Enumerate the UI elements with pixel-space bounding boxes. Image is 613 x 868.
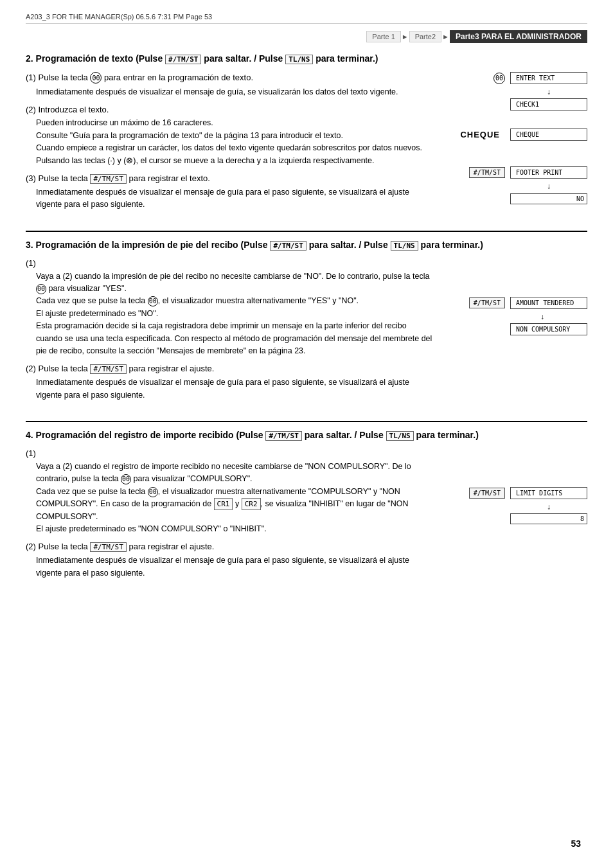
section3-diag-box1: AMOUNT TENDERED (510, 297, 587, 309)
section4-number: 4. (26, 430, 33, 440)
breadcrumb-parte1[interactable]: Parte 1 (366, 31, 400, 42)
section3-diag-box2: NON COMPULSORY (510, 323, 587, 335)
section4-diagram-col: #/TM/ST LIMIT DIGITS ↓ 8 (446, 448, 587, 586)
section2-text-col: (1) Pulse la tecla 00 para entrar en la … (26, 72, 433, 218)
breadcrumb-arrow2: ► (442, 33, 449, 40)
section3-diag-arrow: ↓ (497, 312, 587, 321)
section4-diag-key: #/TM/ST (469, 488, 505, 499)
section4-diag: #/TM/ST LIMIT DIGITS ↓ 8 (446, 487, 587, 524)
section2-label2: para terminar. (315, 53, 375, 64)
section3-number: 3. (26, 240, 33, 250)
diag1-arrow: ↓ (510, 87, 587, 96)
section3: 3. Programación de la impresión de pie d… (26, 231, 587, 408)
section2-diag1: 00 ENTER TEXT ↓ CHECK1 (446, 72, 587, 111)
section2-step3-body: Inmediatamente después de visualizar el … (36, 186, 433, 211)
step4-1-circle2: 00 (148, 487, 158, 497)
section3-diag-key-row: #/TM/ST AMOUNT TENDERED (469, 297, 587, 309)
page: A203_3 FOR THE MANAGER(Sp) 06.5.6 7:31 P… (0, 0, 613, 868)
section4-step2-body: Inmediatamente después de visualizar el … (36, 554, 433, 580)
section2-key1[interactable]: #/TM/ST (165, 55, 201, 64)
cr2-key: CR2 (242, 498, 261, 510)
diag3-box1: FOOTER PRINT (510, 166, 587, 179)
page-number: 53 (571, 838, 581, 849)
section2-label1: para saltar. / Pulse (204, 53, 283, 64)
section4-key2[interactable]: TL/NS (386, 431, 414, 441)
cheque-label: CHEQUE (460, 130, 500, 139)
section3-diag: #/TM/ST AMOUNT TENDERED ↓ NON COMPULSORY (446, 297, 587, 335)
diag3-box2: NO (510, 193, 587, 204)
section3-text-col: (1) Vaya a (2) cuando la impresión de pi… (26, 258, 433, 408)
step3-2-key: #/TM/ST (90, 364, 126, 374)
section2-diag3: #/TM/ST FOOTER PRINT ↓ NO (446, 166, 587, 204)
section3-divider (26, 231, 587, 232)
step3-key: #/TM/ST (90, 174, 126, 184)
section4-diag-box2: 8 (510, 513, 587, 524)
section2-step2-body: Pueden introducirse un máximo de 16 cara… (36, 117, 433, 167)
diag3-key-row: #/TM/ST FOOTER PRINT (469, 166, 587, 179)
section4-title: 4. Programación del registro de importe … (26, 430, 587, 441)
section4-title-text: Programación del registro de importe rec… (36, 430, 234, 440)
breadcrumb-arrow1: ► (402, 33, 409, 40)
section3-step1: (1) Vaya a (2) cuando la impresión de pi… (26, 258, 433, 358)
section3-step1-body: Vaya a (2) cuando la impresión de pie de… (36, 270, 433, 358)
section3-key2[interactable]: TL/NS (391, 241, 418, 251)
section3-diag-key: #/TM/ST (469, 297, 505, 308)
section4-text-col: (1) Vaya a (2) cuando el registro de imp… (26, 448, 433, 586)
section2-diagram-col: 00 ENTER TEXT ↓ CHECK1 CHEQUE CHEQUE (446, 72, 587, 218)
section2-step1-body: Inmediatamente después de visualizar el … (36, 86, 433, 98)
section2-title-text: Programación de texto (36, 53, 134, 64)
section2-diag2: CHEQUE CHEQUE (446, 128, 587, 142)
section4-step1-body: Vaya a (2) cuando el registro de importe… (36, 461, 433, 535)
section2-key2[interactable]: TL/NS (285, 55, 313, 64)
section3-diagram-col: #/TM/ST AMOUNT TENDERED ↓ NON COMPULSORY (446, 258, 587, 408)
section3-step2: (2) Pulse la tecla #/TM/ST para registra… (26, 364, 433, 402)
section4-key1[interactable]: #/TM/ST (265, 431, 301, 441)
header-text: A203_3 FOR THE MANAGER(Sp) 06.5.6 7:31 P… (26, 13, 212, 21)
section2-step2: (2) Introduzca el texto. Pueden introduc… (26, 105, 433, 167)
section2-step1-header: (1) Pulse la tecla 00 para entrar en la … (26, 72, 433, 84)
section3-step2-body: Inmediatamente después de visualizar el … (36, 376, 433, 402)
section4-diag-arrow: ↓ (510, 502, 587, 511)
section2-step3: (3) Pulse la tecla #/TM/ST para registra… (26, 173, 433, 211)
step3-1-circle2: 00 (148, 296, 158, 306)
header-bar: A203_3 FOR THE MANAGER(Sp) 06.5.6 7:31 P… (26, 13, 587, 24)
section4-diag-box1: LIMIT DIGITS (510, 487, 587, 499)
breadcrumb-parte2[interactable]: Parte2 (409, 31, 441, 42)
section4-step1: (1) Vaya a (2) cuando el registro de imp… (26, 448, 433, 535)
step1-key-circle: 00 (90, 72, 102, 84)
step3-1-circle: 00 (36, 284, 46, 294)
section3-step2-header: (2) Pulse la tecla #/TM/ST para registra… (26, 364, 433, 374)
diag1-circle: 00 (493, 73, 505, 84)
section4: 4. Programación del registro de importe … (26, 421, 587, 586)
section3-step1-header: (1) (26, 258, 433, 268)
section3-title-text: Programación de la impresión de pie del … (36, 240, 238, 250)
section4-content: (1) Vaya a (2) cuando el registro de imp… (26, 448, 587, 586)
section2: 2. Programación de texto (Pulse #/TM/ST … (26, 53, 587, 218)
step4-1-circle: 00 (121, 474, 131, 484)
section2-step2-header: (2) Introduzca el texto. (26, 105, 433, 114)
section4-step1-header: (1) (26, 448, 433, 458)
section4-divider (26, 421, 587, 422)
section2-step1: (1) Pulse la tecla 00 para entrar en la … (26, 72, 433, 98)
breadcrumb-parte3[interactable]: Parte3 PARA EL ADMINISTRADOR (450, 30, 587, 43)
section2-number: 2. (26, 53, 33, 64)
section4-diag-key-row: #/TM/ST LIMIT DIGITS (469, 487, 587, 499)
diag3-arrow: ↓ (510, 182, 587, 191)
diag3-key: #/TM/ST (469, 167, 505, 178)
diag2-box: CHEQUE (510, 128, 587, 141)
step4-2-key: #/TM/ST (90, 542, 126, 552)
diag1-key-row: 00 ENTER TEXT (493, 72, 587, 84)
section2-pulse-pre: (Pulse (136, 53, 165, 64)
breadcrumb-nav: Parte 1 ► Parte2 ► Parte3 PARA EL ADMINI… (26, 30, 587, 43)
section4-step2-header: (2) Pulse la tecla #/TM/ST para registra… (26, 542, 433, 552)
section2-content: (1) Pulse la tecla 00 para entrar en la … (26, 72, 587, 218)
section2-title: 2. Programación de texto (Pulse #/TM/ST … (26, 53, 587, 64)
diag1-box1: ENTER TEXT (510, 72, 587, 84)
section2-step3-header: (3) Pulse la tecla #/TM/ST para registra… (26, 173, 433, 184)
cr1-key: CR1 (214, 498, 233, 510)
diag1-box2: CHECK1 (510, 98, 587, 111)
section3-key1[interactable]: #/TM/ST (270, 241, 306, 251)
section3-content: (1) Vaya a (2) cuando la impresión de pi… (26, 258, 587, 408)
section3-title: 3. Programación de la impresión de pie d… (26, 240, 587, 251)
section4-step2: (2) Pulse la tecla #/TM/ST para registra… (26, 542, 433, 580)
